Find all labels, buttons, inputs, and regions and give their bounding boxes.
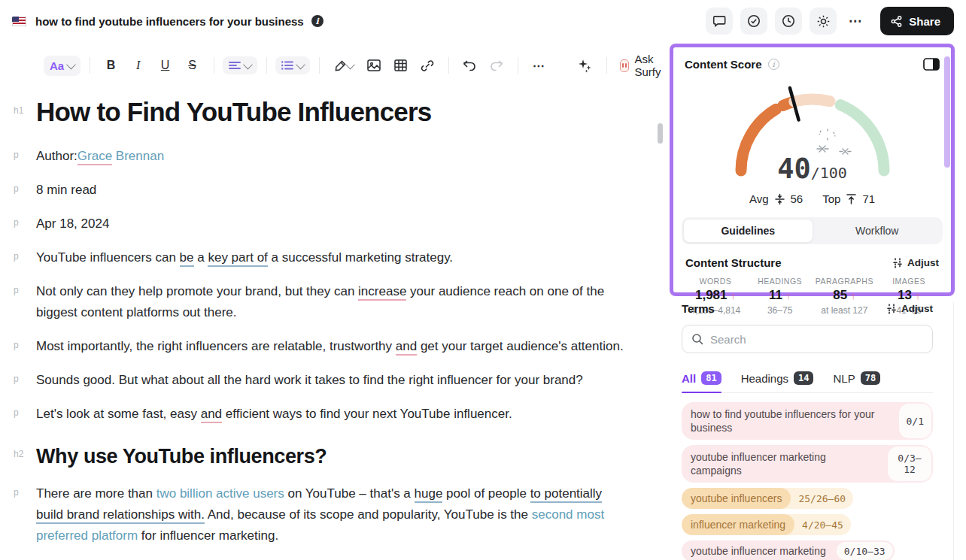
stat-label: HEADINGS <box>748 277 813 286</box>
term-pill[interactable]: influencer marketing4/20–45 <box>682 514 851 535</box>
doc-paragraph[interactable]: Let's look at some fast, easy and effici… <box>36 404 630 425</box>
avg-score: Avg 56 <box>749 192 803 205</box>
alignment-dropdown[interactable] <box>223 56 257 74</box>
block-type-label: h1 <box>14 93 36 146</box>
list-dropdown[interactable] <box>275 56 310 74</box>
terms-search-input[interactable] <box>710 333 923 346</box>
term-count: 4/20–45 <box>794 514 851 535</box>
panel-collapse-button[interactable] <box>923 58 940 71</box>
block-type-label: p <box>14 336 36 370</box>
history-button[interactable] <box>775 8 802 35</box>
block-type-label: p <box>14 404 36 437</box>
doc-paragraph[interactable]: 8 min read <box>36 180 630 201</box>
doc-text: Let's look at some fast, easy <box>36 407 201 421</box>
up-arrow-icon: ↑ <box>916 290 921 301</box>
block-type-label: p <box>14 483 36 559</box>
doc-block: p8 min read <box>0 180 635 213</box>
doc-paragraph[interactable]: Author:Grace Brennan <box>36 146 630 167</box>
doc-text: on YouTube – that's a <box>284 486 415 501</box>
doc-paragraph[interactable]: Not only can they help promote your bran… <box>36 281 630 323</box>
editor-scrollbar[interactable] <box>658 123 663 144</box>
doc-heading[interactable]: How to Find YouTube Influencers <box>36 96 630 128</box>
text-style-dropdown[interactable]: Aa <box>44 56 80 76</box>
text-style-label: Aa <box>50 59 64 72</box>
share-icon <box>891 16 902 27</box>
doc-text: a successful marketing strategy. <box>268 250 453 265</box>
doc-block: h1How to Find YouTube Influencers <box>0 93 635 146</box>
doc-link[interactable]: Brennan <box>112 149 164 163</box>
terms-scrollbar-track[interactable] <box>953 302 954 560</box>
document-body[interactable]: h1How to Find YouTube InfluencerspAuthor… <box>0 90 670 559</box>
block-type-label: p <box>14 180 36 213</box>
tab-count-badge: 14 <box>794 371 813 385</box>
insert-table-button[interactable] <box>389 56 412 74</box>
insert-image-button[interactable] <box>362 56 386 74</box>
stat-label: PARAGRAPHS <box>813 277 877 286</box>
terms-adjust-label: Adjust <box>901 303 933 314</box>
panel-scrollbar[interactable] <box>944 56 950 168</box>
doc-text: 8 min read <box>36 183 96 197</box>
term-pill[interactable]: youtube influencers25/26–60 <box>682 488 853 509</box>
doc-text: There are more than <box>36 486 156 501</box>
comments-button[interactable] <box>706 8 733 35</box>
stat-label: IMAGES <box>876 277 941 286</box>
doc-paragraph[interactable]: Apr 18, 2024 <box>36 213 630 235</box>
ai-tools-button[interactable] <box>572 55 597 76</box>
title-info-icon[interactable]: i <box>311 15 324 27</box>
tab-label: Headings <box>741 372 788 385</box>
up-arrow-icon: ↑ <box>851 290 856 301</box>
terms-tab-all[interactable]: All81 <box>682 365 721 392</box>
pen-icon <box>334 59 347 72</box>
toolbar-more-button[interactable]: ⋯ <box>527 56 551 76</box>
top-marker-icon <box>846 193 857 205</box>
content-structure-title: Content Structure <box>685 256 782 269</box>
content-score-info-icon[interactable]: i <box>768 59 779 70</box>
redo-button[interactable] <box>485 56 509 74</box>
settings-button[interactable] <box>810 8 837 35</box>
block-type-label: h2 <box>14 437 36 483</box>
highlight-dropdown[interactable] <box>329 56 359 75</box>
term-text: influencer marketing <box>682 514 794 535</box>
doc-link[interactable]: Grace <box>77 149 112 165</box>
italic-button[interactable]: I <box>126 56 150 75</box>
tasks-button[interactable] <box>740 8 767 35</box>
terms-tab-nlp[interactable]: NLP78 <box>833 365 880 392</box>
doc-paragraph[interactable]: YouTube influencers can be a key part of… <box>36 247 630 268</box>
tab-guidelines[interactable]: Guidelines <box>683 219 813 243</box>
avg-top-row: Avg 56 Top 71 <box>682 192 943 205</box>
term-pill[interactable]: how to find youtube influencers for your… <box>682 402 933 440</box>
doc-paragraph[interactable]: There are more than two billion active u… <box>36 483 630 546</box>
doc-paragraph[interactable]: Most importantly, the right influencers … <box>36 336 630 357</box>
doc-block: pApr 18, 2024 <box>0 213 635 247</box>
undo-button[interactable] <box>457 56 481 74</box>
app: how to find youtube influencers for your… <box>0 0 966 560</box>
doc-block: pAuthor:Grace Brennan <box>0 146 635 180</box>
share-label: Share <box>909 15 940 28</box>
structure-adjust-button[interactable]: Adjust <box>892 257 939 268</box>
panel-tabs: Guidelines Workflow <box>682 217 943 244</box>
share-button[interactable]: Share <box>880 7 954 35</box>
content-score-card: Content Score i <box>670 44 955 296</box>
term-pill[interactable]: youtube influencer marketing0/10–33 <box>682 540 895 560</box>
doc-link[interactable]: two billion active users <box>156 486 284 501</box>
more-options-button[interactable]: ⋯ <box>844 8 867 35</box>
doc-paragraph[interactable]: Sounds good. But what about all the hard… <box>36 370 630 391</box>
undo-icon <box>463 59 476 71</box>
terms-list: how to find youtube influencers for your… <box>682 402 933 560</box>
term-pill[interactable]: youtube influencer marketing campaigns0/… <box>682 445 933 483</box>
terms-tab-headings[interactable]: Headings14 <box>741 365 814 392</box>
ask-surfy-button[interactable]: Ask Surfy <box>615 50 670 81</box>
bold-button[interactable]: B <box>99 56 123 75</box>
doc-heading[interactable]: Why use YouTube influencers? <box>36 443 630 469</box>
doc-text: get your target audience's attention. <box>417 339 623 353</box>
doc-text: Author: <box>36 149 77 163</box>
strikethrough-button[interactable]: S <box>181 56 205 75</box>
tab-workflow[interactable]: Workflow <box>813 219 942 243</box>
insert-link-button[interactable] <box>415 56 439 75</box>
avg-label: Avg <box>749 192 769 205</box>
doc-text: YouTube influencers can <box>36 250 180 265</box>
underline-button[interactable]: U <box>153 56 178 75</box>
terms-adjust-button[interactable]: Adjust <box>886 303 933 314</box>
doc-text: Apr 18, 2024 <box>36 216 109 231</box>
content-score-title: Content Score <box>685 58 762 71</box>
